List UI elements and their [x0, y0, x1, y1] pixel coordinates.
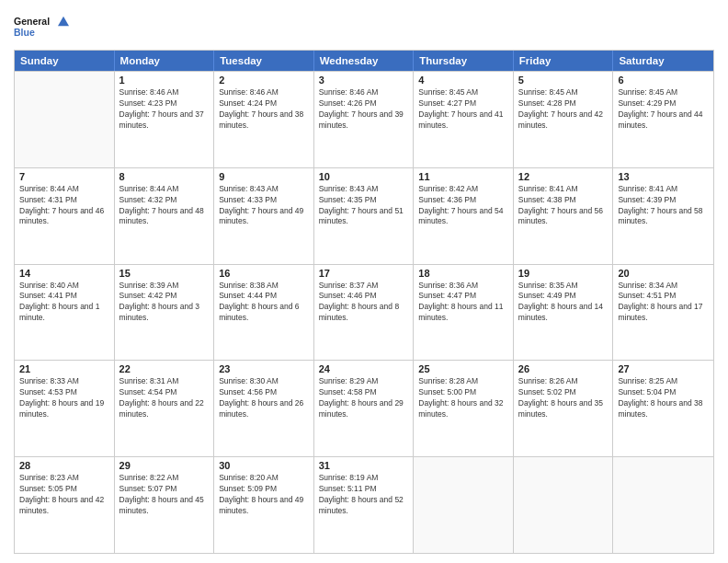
day-info: Sunrise: 8:44 AMSunset: 4:31 PMDaylight:…	[19, 184, 109, 228]
day-info: Sunrise: 8:28 AMSunset: 5:00 PMDaylight:…	[418, 376, 508, 420]
day-info: Sunrise: 8:43 AMSunset: 4:33 PMDaylight:…	[219, 184, 309, 228]
calendar-week-4: 21Sunrise: 8:33 AMSunset: 4:53 PMDayligh…	[15, 360, 713, 456]
day-info: Sunrise: 8:39 AMSunset: 4:42 PMDaylight:…	[119, 281, 210, 325]
day-info: Sunrise: 8:46 AMSunset: 4:23 PMDaylight:…	[119, 87, 210, 132]
day-info: Sunrise: 8:42 AMSunset: 4:36 PMDaylight:…	[418, 184, 508, 228]
day-number: 18	[418, 268, 508, 279]
day-cell-13: 13Sunrise: 8:41 AMSunset: 4:39 PMDayligh…	[613, 168, 713, 264]
day-number: 5	[518, 75, 609, 86]
day-cell-15: 15Sunrise: 8:39 AMSunset: 4:42 PMDayligh…	[115, 265, 215, 361]
day-info: Sunrise: 8:22 AMSunset: 5:07 PMDaylight:…	[119, 473, 210, 517]
day-number: 31	[319, 460, 409, 471]
day-info: Sunrise: 8:40 AMSunset: 4:41 PMDaylight:…	[19, 281, 109, 325]
svg-marker-2	[58, 17, 69, 27]
day-number: 25	[418, 363, 508, 374]
day-number: 13	[618, 171, 709, 182]
day-number: 24	[319, 363, 409, 374]
day-cell-18: 18Sunrise: 8:36 AMSunset: 4:47 PMDayligh…	[414, 265, 514, 361]
day-number: 19	[518, 268, 609, 279]
day-info: Sunrise: 8:46 AMSunset: 4:24 PMDaylight:…	[219, 87, 309, 132]
day-number: 14	[19, 268, 109, 279]
day-cell-30: 30Sunrise: 8:20 AMSunset: 5:09 PMDayligh…	[214, 457, 314, 553]
day-number: 22	[119, 363, 210, 374]
day-cell-17: 17Sunrise: 8:37 AMSunset: 4:46 PMDayligh…	[314, 265, 415, 361]
header-day-wednesday: Wednesday	[314, 51, 415, 71]
header-day-sunday: Sunday	[15, 51, 115, 71]
day-info: Sunrise: 8:45 AMSunset: 4:27 PMDaylight:…	[418, 87, 508, 132]
calendar-week-1: 1Sunrise: 8:46 AMSunset: 4:23 PMDaylight…	[15, 71, 713, 167]
day-cell-9: 9Sunrise: 8:43 AMSunset: 4:33 PMDaylight…	[214, 168, 314, 264]
day-cell-21: 21Sunrise: 8:33 AMSunset: 4:53 PMDayligh…	[15, 361, 115, 456]
empty-cell	[613, 457, 713, 553]
header-day-tuesday: Tuesday	[214, 51, 314, 71]
empty-cell	[414, 457, 514, 553]
day-number: 11	[418, 171, 508, 182]
day-cell-24: 24Sunrise: 8:29 AMSunset: 4:58 PMDayligh…	[314, 361, 415, 456]
logo-svg: General Blue	[14, 9, 69, 44]
calendar-body: 1Sunrise: 8:46 AMSunset: 4:23 PMDaylight…	[15, 71, 713, 553]
day-cell-2: 2Sunrise: 8:46 AMSunset: 4:24 PMDaylight…	[214, 72, 314, 167]
day-number: 28	[19, 460, 109, 471]
day-cell-23: 23Sunrise: 8:30 AMSunset: 4:56 PMDayligh…	[214, 361, 314, 456]
page: General Blue SundayMondayTuesdayWednesda…	[0, 0, 728, 563]
day-number: 29	[119, 460, 210, 471]
day-cell-14: 14Sunrise: 8:40 AMSunset: 4:41 PMDayligh…	[15, 265, 115, 361]
day-number: 1	[119, 75, 210, 86]
day-cell-28: 28Sunrise: 8:23 AMSunset: 5:05 PMDayligh…	[15, 457, 115, 553]
day-number: 27	[618, 363, 709, 374]
day-cell-6: 6Sunrise: 8:45 AMSunset: 4:29 PMDaylight…	[613, 72, 713, 167]
calendar-week-5: 28Sunrise: 8:23 AMSunset: 5:05 PMDayligh…	[15, 456, 713, 553]
logo: General Blue	[14, 9, 69, 44]
day-info: Sunrise: 8:45 AMSunset: 4:28 PMDaylight:…	[518, 87, 609, 132]
day-info: Sunrise: 8:37 AMSunset: 4:46 PMDaylight:…	[319, 281, 409, 325]
day-cell-29: 29Sunrise: 8:22 AMSunset: 5:07 PMDayligh…	[115, 457, 215, 553]
day-cell-27: 27Sunrise: 8:25 AMSunset: 5:04 PMDayligh…	[613, 361, 713, 456]
day-number: 21	[19, 363, 109, 374]
day-number: 10	[319, 171, 409, 182]
svg-text:General: General	[14, 16, 50, 27]
day-info: Sunrise: 8:30 AMSunset: 4:56 PMDaylight:…	[219, 376, 309, 420]
empty-cell	[514, 457, 614, 553]
header-day-thursday: Thursday	[414, 51, 514, 71]
day-number: 9	[219, 171, 309, 182]
day-number: 17	[319, 268, 409, 279]
day-cell-22: 22Sunrise: 8:31 AMSunset: 4:54 PMDayligh…	[115, 361, 215, 456]
day-number: 30	[219, 460, 309, 471]
day-info: Sunrise: 8:31 AMSunset: 4:54 PMDaylight:…	[119, 376, 210, 420]
day-info: Sunrise: 8:34 AMSunset: 4:51 PMDaylight:…	[618, 281, 709, 325]
empty-cell	[15, 72, 115, 167]
day-info: Sunrise: 8:46 AMSunset: 4:26 PMDaylight:…	[319, 87, 409, 132]
day-cell-20: 20Sunrise: 8:34 AMSunset: 4:51 PMDayligh…	[613, 265, 713, 361]
day-number: 7	[19, 171, 109, 182]
day-info: Sunrise: 8:35 AMSunset: 4:49 PMDaylight:…	[518, 281, 609, 325]
header-day-friday: Friday	[514, 51, 614, 71]
day-cell-3: 3Sunrise: 8:46 AMSunset: 4:26 PMDaylight…	[314, 72, 415, 167]
day-cell-31: 31Sunrise: 8:19 AMSunset: 5:11 PMDayligh…	[314, 457, 415, 553]
day-info: Sunrise: 8:36 AMSunset: 4:47 PMDaylight:…	[418, 281, 508, 325]
day-cell-25: 25Sunrise: 8:28 AMSunset: 5:00 PMDayligh…	[414, 361, 514, 456]
day-number: 2	[219, 75, 309, 86]
header-day-monday: Monday	[115, 51, 215, 71]
day-info: Sunrise: 8:44 AMSunset: 4:32 PMDaylight:…	[119, 184, 210, 228]
day-cell-16: 16Sunrise: 8:38 AMSunset: 4:44 PMDayligh…	[214, 265, 314, 361]
day-cell-8: 8Sunrise: 8:44 AMSunset: 4:32 PMDaylight…	[115, 168, 215, 264]
day-cell-19: 19Sunrise: 8:35 AMSunset: 4:49 PMDayligh…	[514, 265, 614, 361]
day-info: Sunrise: 8:41 AMSunset: 4:39 PMDaylight:…	[618, 184, 709, 228]
day-number: 4	[418, 75, 508, 86]
calendar: SundayMondayTuesdayWednesdayThursdayFrid…	[14, 50, 714, 554]
day-info: Sunrise: 8:43 AMSunset: 4:35 PMDaylight:…	[319, 184, 409, 228]
calendar-header: SundayMondayTuesdayWednesdayThursdayFrid…	[15, 51, 713, 71]
day-number: 26	[518, 363, 609, 374]
day-number: 15	[119, 268, 210, 279]
calendar-week-2: 7Sunrise: 8:44 AMSunset: 4:31 PMDaylight…	[15, 167, 713, 264]
day-info: Sunrise: 8:45 AMSunset: 4:29 PMDaylight:…	[618, 87, 709, 132]
day-number: 12	[518, 171, 609, 182]
day-cell-10: 10Sunrise: 8:43 AMSunset: 4:35 PMDayligh…	[314, 168, 415, 264]
day-info: Sunrise: 8:25 AMSunset: 5:04 PMDaylight:…	[618, 376, 709, 420]
day-cell-7: 7Sunrise: 8:44 AMSunset: 4:31 PMDaylight…	[15, 168, 115, 264]
day-info: Sunrise: 8:26 AMSunset: 5:02 PMDaylight:…	[518, 376, 609, 420]
svg-text:Blue: Blue	[14, 27, 35, 38]
calendar-week-3: 14Sunrise: 8:40 AMSunset: 4:41 PMDayligh…	[15, 264, 713, 361]
day-cell-26: 26Sunrise: 8:26 AMSunset: 5:02 PMDayligh…	[514, 361, 614, 456]
day-cell-4: 4Sunrise: 8:45 AMSunset: 4:27 PMDaylight…	[414, 72, 514, 167]
